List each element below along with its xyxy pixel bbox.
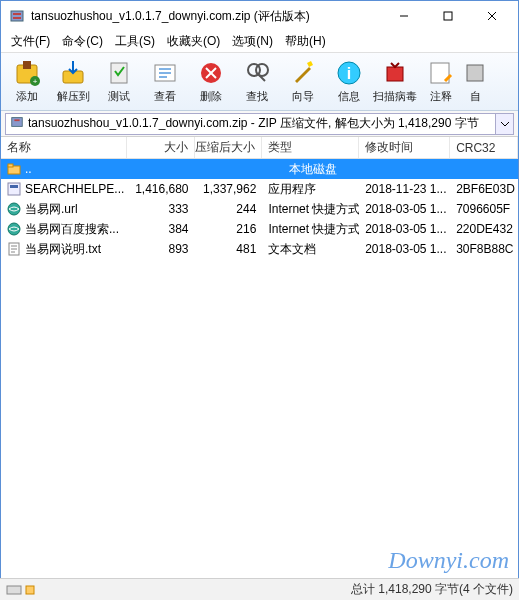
file-size: 893 xyxy=(127,242,195,256)
sfx-button[interactable]: 自 xyxy=(465,56,485,108)
col-size[interactable]: 大小 xyxy=(127,137,195,158)
svg-rect-8 xyxy=(23,61,31,69)
file-crc: 2BF6E03D xyxy=(450,182,518,196)
info-icon: i xyxy=(335,59,363,87)
updir-row[interactable]: .. 本地磁盘 xyxy=(1,159,518,179)
path-text: tansuozhushou_v1.0.1.7_downyi.com.zip - … xyxy=(28,115,479,132)
svg-rect-1 xyxy=(13,13,21,15)
file-modified: 2018-11-23 1... xyxy=(359,182,450,196)
file-row[interactable]: 当易网说明.txt893481文本文档2018-03-05 1...30F8B8… xyxy=(1,239,518,259)
file-name: 当易网.url xyxy=(25,201,78,218)
svg-rect-28 xyxy=(12,118,23,127)
file-icon xyxy=(7,202,21,216)
file-type: Internet 快捷方式 xyxy=(262,201,359,218)
delete-button[interactable]: 删除 xyxy=(189,56,233,108)
file-size: 1,416,680 xyxy=(127,182,195,196)
test-icon xyxy=(105,59,133,87)
file-crc: 220DE432 xyxy=(450,222,518,236)
file-name: SEARCHHELPE... xyxy=(25,182,124,196)
file-modified: 2018-03-05 1... xyxy=(359,202,450,216)
menu-favorites[interactable]: 收藏夹(O) xyxy=(161,31,226,52)
test-button[interactable]: 测试 xyxy=(97,56,141,108)
file-type: 文本文档 xyxy=(262,241,359,258)
file-size: 333 xyxy=(127,202,195,216)
delete-icon xyxy=(197,59,225,87)
status-summary: 总计 1,418,290 字节(4 个文件) xyxy=(36,581,513,598)
file-packed: 481 xyxy=(195,242,263,256)
svg-rect-0 xyxy=(11,11,23,21)
column-headers: 名称 大小 压缩后大小 类型 修改时间 CRC32 xyxy=(1,137,518,159)
maximize-button[interactable] xyxy=(426,1,470,31)
file-name: 当易网百度搜索... xyxy=(25,221,119,238)
file-packed: 244 xyxy=(195,202,263,216)
svg-rect-29 xyxy=(14,119,19,121)
svg-rect-31 xyxy=(8,164,13,167)
titlebar: tansuozhushou_v1.0.1.7_downyi.com.zip (评… xyxy=(1,1,518,31)
path-input[interactable]: tansuozhushou_v1.0.1.7_downyi.com.zip - … xyxy=(5,113,496,135)
menu-tools[interactable]: 工具(S) xyxy=(109,31,161,52)
svg-rect-41 xyxy=(26,586,34,594)
svg-rect-2 xyxy=(13,17,21,19)
virus-button[interactable]: 扫描病毒 xyxy=(373,56,417,108)
col-crc[interactable]: CRC32 xyxy=(450,137,518,158)
view-icon xyxy=(151,59,179,87)
file-name: 当易网说明.txt xyxy=(25,241,101,258)
svg-text:+: + xyxy=(33,77,38,86)
info-button[interactable]: i信息 xyxy=(327,56,371,108)
file-packed: 1,337,962 xyxy=(195,182,263,196)
menu-file[interactable]: 文件(F) xyxy=(5,31,56,52)
wizard-button[interactable]: 向导 xyxy=(281,56,325,108)
file-crc: 30F8B88C xyxy=(450,242,518,256)
find-button[interactable]: 查找 xyxy=(235,56,279,108)
path-dropdown[interactable] xyxy=(496,113,514,135)
sfx-icon xyxy=(465,59,485,87)
extract-button[interactable]: 解压到 xyxy=(51,56,95,108)
close-button[interactable] xyxy=(470,1,514,31)
toolbar: +添加 解压到 测试 查看 删除 查找 向导 i信息 扫描病毒 注释 自 xyxy=(1,53,518,111)
col-packed[interactable]: 压缩后大小 xyxy=(195,137,263,158)
archive-icon xyxy=(10,115,24,132)
file-row[interactable]: SEARCHHELPE...1,416,6801,337,962应用程序2018… xyxy=(1,179,518,199)
status-icons xyxy=(6,584,36,596)
col-modified[interactable]: 修改时间 xyxy=(359,137,450,158)
svg-rect-32 xyxy=(8,183,20,195)
file-type: 应用程序 xyxy=(262,181,359,198)
window-title: tansuozhushou_v1.0.1.7_downyi.com.zip (评… xyxy=(31,8,382,25)
virus-scan-icon xyxy=(381,59,409,87)
svg-text:i: i xyxy=(347,65,351,82)
svg-rect-33 xyxy=(10,185,18,188)
folder-up-icon xyxy=(7,162,21,176)
file-icon xyxy=(7,242,21,256)
menu-options[interactable]: 选项(N) xyxy=(226,31,279,52)
file-crc: 7096605F xyxy=(450,202,518,216)
svg-rect-25 xyxy=(387,67,403,81)
file-packed: 216 xyxy=(195,222,263,236)
archive-add-icon: + xyxy=(13,59,41,87)
col-name[interactable]: 名称 xyxy=(1,137,127,158)
file-list[interactable]: .. 本地磁盘 SEARCHHELPE...1,416,6801,337,962… xyxy=(1,159,518,559)
menubar: 文件(F) 命令(C) 工具(S) 收藏夹(O) 选项(N) 帮助(H) xyxy=(1,31,518,53)
view-button[interactable]: 查看 xyxy=(143,56,187,108)
file-modified: 2018-03-05 1... xyxy=(359,222,450,236)
minimize-button[interactable] xyxy=(382,1,426,31)
svg-rect-4 xyxy=(444,12,452,20)
file-row[interactable]: 当易网.url333244Internet 快捷方式2018-03-05 1..… xyxy=(1,199,518,219)
menu-commands[interactable]: 命令(C) xyxy=(56,31,109,52)
add-button[interactable]: +添加 xyxy=(5,56,49,108)
file-row[interactable]: 当易网百度搜索...384216Internet 快捷方式2018-03-05 … xyxy=(1,219,518,239)
svg-rect-40 xyxy=(7,586,21,594)
file-icon xyxy=(7,222,21,236)
file-icon xyxy=(7,182,21,196)
statusbar: 总计 1,418,290 字节(4 个文件) xyxy=(0,578,519,600)
col-type[interactable]: 类型 xyxy=(262,137,359,158)
wizard-icon xyxy=(289,59,317,87)
extract-icon xyxy=(59,59,87,87)
comment-button[interactable]: 注释 xyxy=(419,56,463,108)
file-modified: 2018-03-05 1... xyxy=(359,242,450,256)
comment-icon xyxy=(427,59,455,87)
pathbar: tansuozhushou_v1.0.1.7_downyi.com.zip - … xyxy=(1,111,518,137)
find-icon xyxy=(243,59,271,87)
svg-rect-27 xyxy=(467,65,483,81)
file-size: 384 xyxy=(127,222,195,236)
menu-help[interactable]: 帮助(H) xyxy=(279,31,332,52)
